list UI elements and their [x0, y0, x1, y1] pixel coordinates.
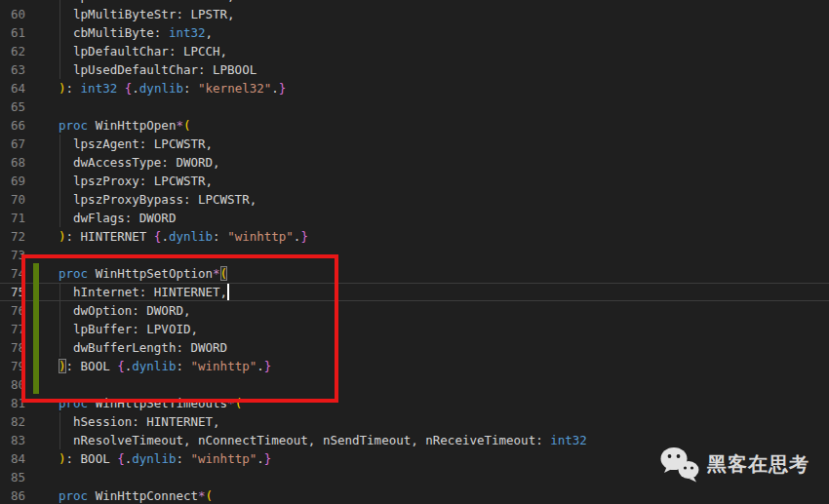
line-number[interactable]: 69 — [0, 172, 59, 190]
line-number[interactable]: 71 — [0, 209, 59, 227]
code-line[interactable]: 65 — [0, 97, 829, 116]
line-number[interactable]: 61 — [0, 23, 59, 42]
git-added-gutter-indicator — [33, 263, 39, 394]
code-text[interactable]: ): BOOL {.dynlib: "winhttp".} — [59, 357, 829, 375]
code-editor[interactable]: 59 lpWideCharStr: LPWSTR,60 lpMultiByteS… — [0, 0, 829, 504]
code-text[interactable]: dwFlags: DWORD — [59, 209, 829, 227]
code-line[interactable]: 76 dwOption: DWORD, — [0, 301, 829, 320]
code-line[interactable]: 79): BOOL {.dynlib: "winhttp".} — [0, 357, 829, 375]
wechat-icon — [659, 446, 700, 483]
line-number[interactable]: 67 — [0, 135, 59, 153]
code-text[interactable]: hSession: HINTERNET, — [59, 412, 829, 431]
line-number[interactable]: 78 — [0, 338, 59, 357]
code-line[interactable]: 81proc WinHttpSetTimeouts*( — [0, 394, 829, 412]
code-text[interactable]: proc WinHttpSetOption*( — [59, 264, 829, 283]
code-line[interactable]: 70 lpszProxyBypass: LPCWSTR, — [0, 190, 829, 209]
line-number[interactable]: 86 — [0, 486, 59, 504]
code-text[interactable]: lpszAgent: LPCWSTR, — [59, 135, 829, 153]
watermark: 黑客在思考 — [659, 446, 809, 483]
code-line[interactable]: 72): HINTERNET {.dynlib: "winhttp".} — [0, 227, 829, 246]
code-line[interactable]: 60 lpMultiByteStr: LPSTR, — [0, 5, 829, 23]
code-line[interactable]: 68 dwAccessType: DWORD, — [0, 153, 829, 172]
line-number[interactable]: 74 — [0, 264, 59, 283]
line-number[interactable]: 68 — [0, 153, 59, 172]
code-line[interactable]: 63 lpUsedDefaultChar: LPBOOL — [0, 60, 829, 79]
line-number[interactable]: 79 — [0, 357, 59, 375]
code-text[interactable] — [59, 375, 829, 394]
code-text[interactable]: proc WinHttpSetTimeouts*( — [59, 394, 829, 412]
code-text[interactable]: lpBuffer: LPVOID, — [59, 320, 829, 338]
code-line[interactable]: 71 dwFlags: DWORD — [0, 209, 829, 227]
code-text[interactable]: lpszProxyBypass: LPCWSTR, — [59, 190, 829, 209]
code-text[interactable]: lpDefaultChar: LPCCH, — [59, 42, 829, 60]
line-number[interactable]: 77 — [0, 320, 59, 338]
code-line[interactable]: 82 hSession: HINTERNET, — [0, 412, 829, 431]
code-text[interactable]: cbMultiByte: int32, — [59, 23, 829, 42]
code-text[interactable]: proc WinHttpOpen*( — [59, 116, 829, 135]
code-line[interactable]: 75 hInternet: HINTERNET, — [0, 283, 829, 301]
line-number[interactable]: 66 — [0, 116, 59, 135]
code-text[interactable]: ): HINTERNET {.dynlib: "winhttp".} — [59, 227, 829, 246]
code-line[interactable]: 64): int32 {.dynlib: "kernel32".} — [0, 79, 829, 97]
code-line[interactable]: 73 — [0, 246, 829, 264]
code-text[interactable]: lpszProxy: LPCWSTR, — [59, 172, 829, 190]
code-text[interactable]: lpMultiByteStr: LPSTR, — [59, 5, 829, 23]
code-text[interactable]: dwOption: DWORD, — [59, 301, 829, 320]
code-line[interactable]: 86proc WinHttpConnect*( — [0, 486, 829, 504]
line-number[interactable]: 84 — [0, 449, 59, 468]
line-number[interactable]: 73 — [0, 246, 59, 264]
line-number[interactable]: 60 — [0, 5, 59, 23]
line-number[interactable]: 75 — [0, 283, 59, 301]
code-text[interactable]: hInternet: HINTERNET, — [59, 283, 829, 301]
code-text[interactable]: dwBufferLength: DWORD — [59, 338, 829, 357]
line-number[interactable]: 62 — [0, 42, 59, 60]
code-text[interactable]: proc WinHttpConnect*( — [59, 486, 829, 504]
line-number[interactable]: 72 — [0, 227, 59, 246]
code-text[interactable]: ): int32 {.dynlib: "kernel32".} — [59, 79, 829, 97]
code-line[interactable]: 80 — [0, 375, 829, 394]
code-text[interactable] — [59, 97, 829, 116]
line-number[interactable]: 82 — [0, 412, 59, 431]
line-number[interactable]: 80 — [0, 375, 59, 394]
line-number[interactable]: 83 — [0, 431, 59, 449]
code-lines: 59 lpWideCharStr: LPWSTR,60 lpMultiByteS… — [0, 0, 829, 504]
code-line[interactable]: 67 lpszAgent: LPCWSTR, — [0, 135, 829, 153]
code-line[interactable]: 66proc WinHttpOpen*( — [0, 116, 829, 135]
code-line[interactable]: 78 dwBufferLength: DWORD — [0, 338, 829, 357]
line-number[interactable]: 85 — [0, 468, 59, 486]
code-line[interactable]: 74proc WinHttpSetOption*( — [0, 264, 829, 283]
line-number[interactable]: 63 — [0, 60, 59, 79]
line-number[interactable]: 64 — [0, 79, 59, 97]
line-number[interactable]: 81 — [0, 394, 59, 412]
code-line[interactable]: 62 lpDefaultChar: LPCCH, — [0, 42, 829, 60]
code-line[interactable]: 61 cbMultiByte: int32, — [0, 23, 829, 42]
code-line[interactable]: 69 lpszProxy: LPCWSTR, — [0, 172, 829, 190]
code-line[interactable]: 77 lpBuffer: LPVOID, — [0, 320, 829, 338]
code-text[interactable]: dwAccessType: DWORD, — [59, 153, 829, 172]
line-number[interactable]: 65 — [0, 97, 59, 116]
line-number[interactable]: 70 — [0, 190, 59, 209]
code-text[interactable] — [59, 246, 829, 264]
text-cursor — [227, 284, 229, 300]
line-number[interactable]: 76 — [0, 301, 59, 320]
watermark-text: 黑客在思考 — [707, 455, 809, 474]
code-text[interactable]: lpUsedDefaultChar: LPBOOL — [59, 60, 829, 79]
